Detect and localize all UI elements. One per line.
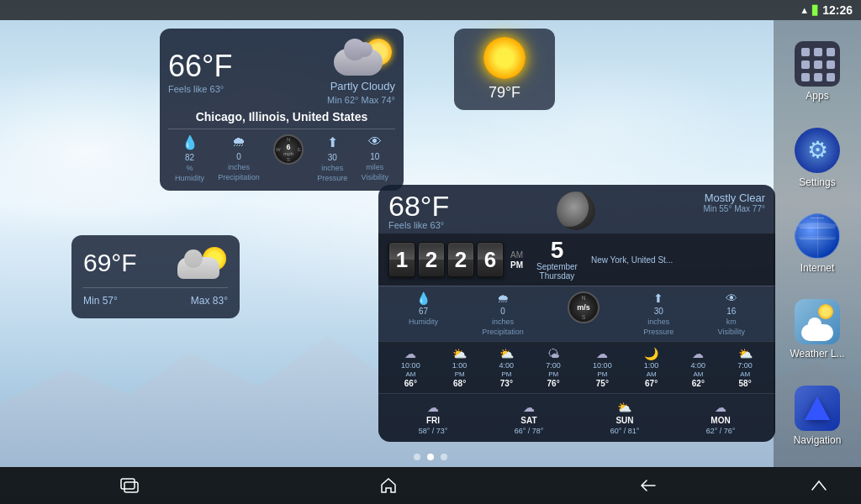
main-minmax: Min 55° Max 77° xyxy=(703,204,765,213)
main-feels: Feels like 63° xyxy=(388,220,449,230)
flip-clock: 1 2 2 6 xyxy=(388,242,504,277)
recent-apps-button[interactable] xyxy=(120,478,139,493)
status-bar: ▲ ▊ 12:26 xyxy=(0,0,861,20)
digit-4: 6 xyxy=(477,242,504,277)
dot-3[interactable] xyxy=(441,454,447,460)
chicago-details: 💧 82 % Humidity 🌧 0 inches Precipitation… xyxy=(168,129,395,182)
nav-right xyxy=(777,478,861,493)
left-cloud-icon xyxy=(177,247,228,279)
hour-5: 🌙 1:00 AM 67° xyxy=(644,347,659,388)
status-time: 12:26 xyxy=(822,3,853,17)
pressure-val: 30 xyxy=(328,153,337,162)
up-button[interactable] xyxy=(810,478,828,493)
page-dots xyxy=(414,454,447,460)
hour-6: ☁ 4:00 AM 62° xyxy=(691,347,706,388)
main-weather-widget[interactable]: 68°F Feels like 63° Mostly Clear Min 55°… xyxy=(378,185,775,442)
precip-val: 0 xyxy=(236,152,241,161)
chicago-city: Chicago, Illinois, United States xyxy=(168,110,395,123)
digit-1: 1 xyxy=(388,242,415,277)
svg-rect-0 xyxy=(121,479,135,489)
globe-icon xyxy=(795,213,840,259)
navigation-label: Navigation xyxy=(794,434,842,446)
dot-1[interactable] xyxy=(414,454,420,460)
left-temp: 69°F xyxy=(83,249,137,277)
precipitation-detail: 🌧 0 inches Precipitation xyxy=(218,134,260,182)
left-min: Min 57° xyxy=(83,295,118,307)
status-icons: ▲ ▊ 12:26 xyxy=(800,3,853,17)
hour-7: ⛅ 7:00 AM 58° xyxy=(737,347,753,388)
nav-bar xyxy=(0,467,861,504)
main-visibility: 👁 16 km Visibility xyxy=(718,291,745,336)
settings-icon[interactable]: ⚙ Settings xyxy=(779,128,855,188)
small-weather-widget[interactable]: 79°F xyxy=(454,29,555,110)
digit-3: 2 xyxy=(447,242,474,277)
chicago-cloud-icon xyxy=(332,37,395,77)
day-fri: ☁ FRI 58° / 73° xyxy=(419,401,448,435)
clock-date: 5 September Thursday xyxy=(536,239,578,281)
visibility-val: 10 xyxy=(370,152,379,161)
weather-live-icon[interactable]: Weather L... xyxy=(779,299,855,360)
hour-3: 🌤 7:00 PM 76° xyxy=(546,347,561,388)
sun-icon xyxy=(483,37,526,79)
navigation-icon[interactable]: Navigation xyxy=(779,386,855,446)
chicago-feels-like: Feels like 63° xyxy=(168,84,232,94)
chicago-min-max: Min 62° Max 74° xyxy=(327,95,395,105)
main-temp: 68°F xyxy=(388,192,449,220)
flip-clock-section: 1 2 2 6 AM PM 5 September Thursday New Y… xyxy=(378,234,775,286)
internet-label: Internet xyxy=(800,262,835,274)
hour-4: ☁ 10:00 PM 75° xyxy=(593,347,612,388)
main-condition: Mostly Clear xyxy=(703,192,765,204)
chicago-temp: 66°F xyxy=(168,49,232,84)
weather-live-img xyxy=(795,299,840,344)
day-mon: ☁ MON 62° / 76° xyxy=(706,401,736,435)
hour-1: ⛅ 1:00 PM 68° xyxy=(452,347,467,388)
digit-2: 2 xyxy=(418,242,445,277)
main-precip: 🌧 0 inches Precipitation xyxy=(482,291,524,336)
dot-2[interactable] xyxy=(427,454,434,460)
settings-gear-icon: ⚙ xyxy=(795,128,840,173)
hour-2: ⛅ 4:00 PM 73° xyxy=(499,347,515,388)
svg-rect-1 xyxy=(124,482,138,492)
apps-label: Apps xyxy=(806,90,828,102)
wifi-icon: ▲ xyxy=(800,5,809,15)
app-sidebar: Apps ⚙ Settings Internet Weather L... Na… xyxy=(774,20,861,467)
main-wind-compass: N S m/s xyxy=(568,291,600,323)
weather-label: Weather L... xyxy=(790,348,844,360)
left-weather-widget[interactable]: 69°F Min 57° Max 83° xyxy=(71,235,240,318)
humidity-detail: 💧 82 % Humidity xyxy=(175,134,204,182)
wind-detail: N S W E 6 mph xyxy=(273,134,304,182)
main-humidity: 💧 67 Humidity xyxy=(409,291,438,336)
humidity-val: 82 xyxy=(185,153,194,162)
day-sat: ☁ SAT 66° / 78° xyxy=(515,401,544,435)
home-button[interactable] xyxy=(379,476,398,495)
hourly-forecast: ☁ 10:00 AM 66° ⛅ 1:00 PM 68° ⛅ 4:00 PM 7… xyxy=(378,341,775,393)
battery-icon: ▊ xyxy=(812,5,819,16)
main-wind: N S m/s xyxy=(568,291,600,336)
hour-0: ☁ 10:00 AM 66° xyxy=(401,347,420,388)
back-button[interactable] xyxy=(638,478,657,493)
small-temp: 79°F xyxy=(489,84,520,102)
visibility-detail: 👁 10 miles Visibility xyxy=(362,134,388,182)
main-city: New York, United St... xyxy=(591,255,673,265)
main-pressure: ⬆ 30 inches Pressure xyxy=(643,291,673,336)
main-details: 💧 67 Humidity 🌧 0 inches Precipitation N… xyxy=(378,286,775,341)
clock-ampm: AM PM xyxy=(510,250,523,270)
apps-grid-icon xyxy=(795,41,840,87)
settings-label: Settings xyxy=(799,176,835,188)
chicago-condition: Partly Cloudy xyxy=(330,80,395,92)
pressure-detail: ⬆ 30 inches Pressure xyxy=(317,134,347,182)
chicago-weather-widget[interactable]: 66°F Feels like 63° Partly Cloudy Min 62… xyxy=(160,29,404,191)
apps-icon[interactable]: Apps xyxy=(779,41,855,102)
day-sun: ⛅ SUN 60° / 81° xyxy=(610,401,640,435)
nav-left xyxy=(0,476,777,495)
moon-icon xyxy=(557,192,595,230)
daily-forecast: ☁ FRI 58° / 73° ☁ SAT 66° / 78° ⛅ SUN 60… xyxy=(378,393,775,442)
navigation-img xyxy=(795,386,840,431)
internet-icon[interactable]: Internet xyxy=(779,213,855,274)
left-max: Max 83° xyxy=(191,295,228,307)
